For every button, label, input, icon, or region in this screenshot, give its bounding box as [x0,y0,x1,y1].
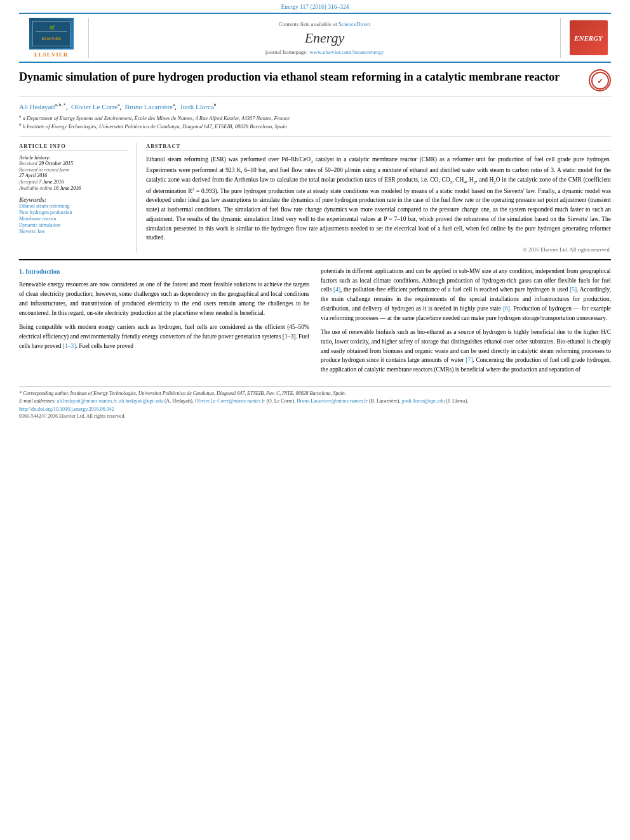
email-link-2[interactable]: ali.hedayati@upc.edu [119,398,163,404]
history-received: Received 29 October 2015 [19,161,128,166]
elsevier-logo-section: 🌿 ELSEVIER ELSEVIER [19,18,89,58]
affiliations: a a Department of Energy Systems and Env… [19,114,611,130]
intro-title: 1. Introduction [19,267,309,277]
sciencedirect-line: Contents lists available at ScienceDirec… [279,21,371,27]
sciencedirect-link[interactable]: ScienceDirect [338,21,370,27]
email-link-1[interactable]: ali.hedayati@mines-nantes.fr [57,398,117,404]
article-history: Article history: Received 29 October 201… [19,155,128,191]
history-revised: Received in revised form 27 April 2016 [19,167,128,178]
svg-text:🌿: 🌿 [48,25,55,30]
article-info-col: ARTICLE INFO Article history: Received 2… [19,143,137,253]
affil-a: a a Department of Energy Systems and Env… [19,114,611,121]
body-left-col: 1. Introduction Renewable energy resourc… [19,267,309,380]
author-llorca[interactable]: Jordi Llorca [180,103,213,110]
article-footer: * Corresponding author. Institute of Ene… [19,386,611,419]
author-lecorre[interactable]: Olivier Le Corre [71,103,117,110]
energy-logo: ENERGY [570,20,608,55]
energy-logo-section: ENERGY [560,18,611,58]
article-info-heading: ARTICLE INFO [19,143,128,151]
svg-rect-0 [32,20,70,48]
journal-center-info: Contents lists available at ScienceDirec… [89,18,560,58]
journal-header: 🌿 ELSEVIER ELSEVIER Contents lists avail… [19,13,611,63]
author-lacarriere[interactable]: Bruno Lacarrière [125,103,173,110]
keyword-5: Sieverts' law [19,229,128,234]
email-link-4[interactable]: Bruno.Lacarriere@mines-nantes.fr [297,398,368,404]
body-right-col: potentials in different applications and… [321,267,611,380]
journal-reference: Energy 117 (2016) 316–324 [0,0,630,13]
email-link-5[interactable]: jordi.llorca@upc.edu [401,398,445,404]
main-content: Dynamic simulation of pure hydrogen prod… [0,63,630,432]
authors-line: Ali Hedayatia, b, *, Olivier Le Correa, … [19,102,611,110]
keyword-3: Membrane reactor [19,216,128,222]
affil-b: b b Institute of Energy Technologies, Un… [19,122,611,130]
abstract-text: Ethanol steam reforming (ESR) was perfor… [146,155,611,243]
keyword-2: Pure hydrogen production [19,210,128,215]
svg-rect-2 [36,31,67,32]
intro-para2: Being compatible with modern energy carr… [19,323,309,350]
article-info-abstract: ARTICLE INFO Article history: Received 2… [19,136,611,253]
keyword-1: Ethanol steam reforming [19,203,128,209]
doi-link[interactable]: http://dx.doi.org/10.1016/j.energy.2016.… [19,406,611,412]
abstract-heading: ABSTRACT [146,143,611,151]
elsevier-logo: 🌿 ELSEVIER ELSEVIER [29,18,74,58]
svg-text:✓: ✓ [597,77,603,86]
keywords-section: Keywords: Ethanol steam reforming Pure h… [19,196,128,234]
homepage-link[interactable]: www.elsevier.com/locate/energy [309,49,384,55]
journal-ref-text: Energy 117 (2016) 316–324 [281,4,349,10]
issn-line: 0360-5442/© 2016 Elsevier Ltd. All right… [19,413,611,419]
article-title-section: Dynamic simulation of pure hydrogen prod… [19,69,611,97]
abstract-col: ABSTRACT Ethanol steam reforming (ESR) w… [146,143,611,253]
svg-text:ELSEVIER: ELSEVIER [41,37,61,41]
email-link-3[interactable]: Olivier.Le-Corre@mines-nantes.fr [195,398,265,404]
body-para4: The use of renewable biofuels such as bi… [321,328,611,375]
body-para3: potentials in different applications and… [321,267,611,323]
email-addresses: E-mail addresses: ali.hedayati@mines-nan… [19,398,611,404]
page: Energy 117 (2016) 316–324 🌿 ELSEVIER ELS… [0,0,630,840]
elsevier-label: ELSEVIER [34,51,69,58]
homepage-line: journal homepage: www.elsevier.com/locat… [265,49,384,55]
copyright-line: © 2016 Elsevier Ltd. All rights reserved… [146,246,611,253]
crossmark-badge: ✓ [589,69,611,91]
history-label: Article history: [19,155,128,161]
intro-para1: Renewable energy resources are now consi… [19,280,309,317]
corresponding-note: * Corresponding author. Institute of Ene… [19,390,611,396]
article-title: Dynamic simulation of pure hydrogen prod… [19,69,560,85]
history-accepted: Accepted 7 June 2016 [19,179,128,185]
body-content: 1. Introduction Renewable energy resourc… [19,267,611,380]
journal-name: Energy [305,30,345,46]
keywords-heading: Keywords: [19,196,128,203]
history-online: Available online 16 June 2016 [19,185,128,191]
elsevier-logo-image: 🌿 ELSEVIER [29,18,74,50]
section-divider [19,259,611,260]
author-hedayati[interactable]: Ali Hedayati [19,103,55,110]
keyword-4: Dynamic simulation [19,222,128,228]
